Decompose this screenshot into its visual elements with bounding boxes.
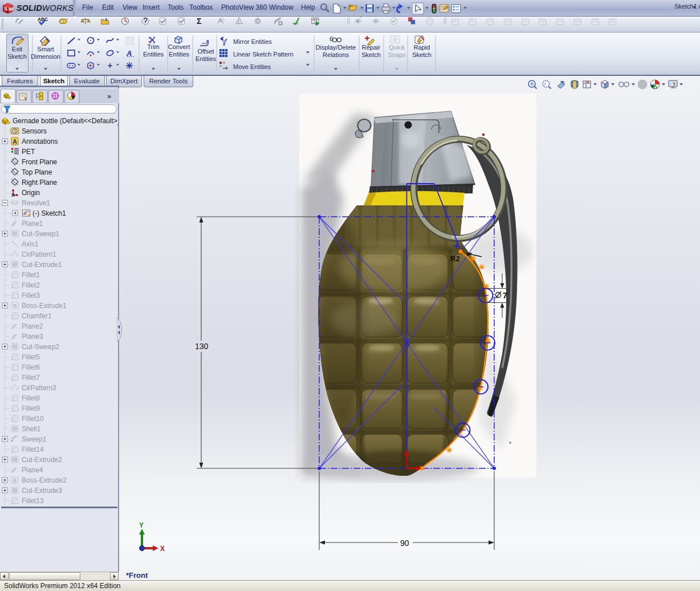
svg-text:130: 130 <box>195 342 209 351</box>
svg-text:X: X <box>160 545 165 553</box>
svg-text:R2: R2 <box>450 254 460 263</box>
svg-text:!: ! <box>544 82 546 87</box>
svg-text:7: 7 <box>503 291 507 300</box>
svg-text:Y: Y <box>139 521 144 529</box>
svg-text:A: A <box>126 49 132 58</box>
svg-text:90: 90 <box>400 539 409 548</box>
svg-text:*Front: *Front <box>126 571 148 580</box>
